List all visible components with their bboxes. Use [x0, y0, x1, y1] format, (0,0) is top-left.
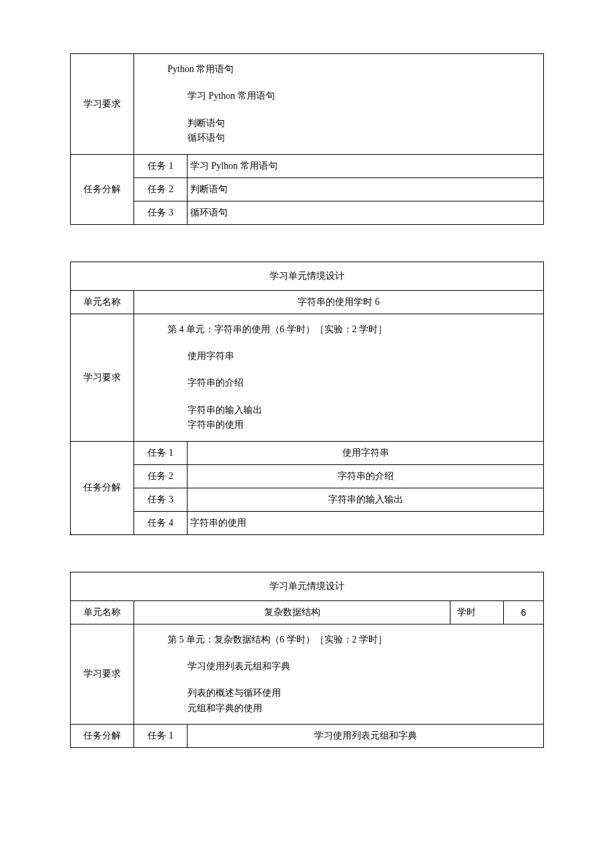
task-description: 学习 Pylhon 常用语句: [188, 154, 544, 177]
task-description: 字符串的输入输出: [188, 488, 544, 511]
hours-label: 学时: [450, 600, 504, 624]
req-item: 元组和字典的使用: [141, 701, 537, 716]
task-number: 任务 2: [134, 177, 188, 201]
req-title: 第 5 单元：复杂数据结构（6 学时）［实验：2 学时］: [141, 632, 537, 647]
task-description: 字符串的介绍: [188, 464, 544, 488]
task-description: 判断语句: [188, 177, 544, 201]
requirements-label: 学习要求: [71, 624, 134, 725]
task-number: 任务 1: [134, 441, 188, 464]
req-item: 字符串的介绍: [141, 376, 537, 390]
requirements-content: Python 常用语句 学习 Python 常用语句 判断语句 循环语句: [134, 54, 544, 155]
req-title: 第 4 单元：字符串的使用（6 学时）［实验：2 学时］: [141, 322, 537, 337]
context-design-header: 学习单元情境设计: [71, 262, 544, 290]
task-number: 任务 3: [134, 488, 188, 511]
unit-table-2: 学习单元情境设计 单元名称 字符串的使用学时 6 学习要求 第 4 单元：字符串…: [70, 262, 544, 535]
context-design-header: 学习单元情境设计: [71, 572, 544, 600]
task-number: 任务 2: [134, 464, 188, 488]
req-item: 判断语句: [141, 116, 537, 131]
task-description: 循环语句: [188, 201, 544, 224]
unit-name-value: 字符串的使用学时 6: [134, 290, 544, 314]
req-item: 列表的概述与循环使用: [141, 686, 537, 701]
task-description: 字符串的使用: [188, 511, 544, 534]
task-number: 任务 1: [134, 725, 188, 748]
unit-table-1: 学习要求 Python 常用语句 学习 Python 常用语句 判断语句 循环语…: [70, 53, 544, 225]
req-item: 循环语句: [141, 131, 537, 145]
requirements-content: 第 4 单元：字符串的使用（6 学时）［实验：2 学时］ 使用字符串 字符串的介…: [134, 314, 544, 441]
hours-value: 6: [504, 600, 544, 624]
task-decompose-label: 任务分解: [71, 154, 134, 224]
unit-name-label: 单元名称: [71, 600, 134, 624]
requirements-content: 第 5 单元：复杂数据结构（6 学时）［实验：2 学时］ 学习使用列表元组和字典…: [134, 624, 544, 725]
task-decompose-label: 任务分解: [71, 725, 134, 748]
task-description: 学习使用列表元组和字典: [188, 725, 544, 748]
unit-name-value: 复杂数据结构: [134, 600, 450, 624]
task-number: 任务 1: [134, 154, 188, 177]
unit-table-3: 学习单元情境设计 单元名称 复杂数据结构 学时 6 学习要求 第 5 单元：复杂…: [70, 572, 544, 749]
requirements-label: 学习要求: [71, 54, 134, 155]
req-item: 学习使用列表元组和字典: [141, 659, 537, 674]
req-item: 字符串的输入输出: [141, 403, 537, 418]
req-title: Python 常用语句: [141, 62, 537, 77]
task-description: 使用字符串: [188, 441, 544, 464]
unit-name-label: 单元名称: [71, 290, 134, 314]
task-number: 任务 4: [134, 511, 188, 534]
task-decompose-label: 任务分解: [71, 441, 134, 534]
requirements-label: 学习要求: [71, 314, 134, 441]
req-item: 使用字符串: [141, 349, 537, 364]
task-number: 任务 3: [134, 201, 188, 224]
req-item: 学习 Python 常用语句: [141, 89, 537, 103]
req-item: 字符串的使用: [141, 418, 537, 432]
